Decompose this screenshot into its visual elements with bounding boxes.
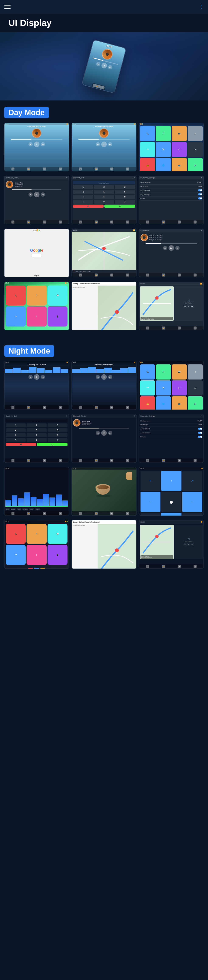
night-dock-3[interactable]: 🎙 <box>40 568 46 568</box>
day-social-play[interactable]: ▶ <box>169 245 174 251</box>
app-settings-1[interactable]: ⚙ <box>188 126 203 141</box>
app-weather[interactable]: ☁ <box>188 142 203 157</box>
eq-btn-5[interactable]: BASS <box>29 508 34 511</box>
local-music-close[interactable]: ✕ <box>201 230 202 232</box>
night-auto-answer-toggle[interactable] <box>198 428 202 430</box>
day-prev-1[interactable]: ⏮ <box>28 142 33 146</box>
night-dial-2[interactable]: 2 <box>27 423 46 428</box>
night-app-11[interactable]: 📺 <box>172 396 187 410</box>
dial-6[interactable]: 6 <box>115 190 135 194</box>
night-play-1[interactable]: ⏸ <box>34 374 39 380</box>
night-apple-maps[interactable]: 🗺 <box>6 545 26 565</box>
night-arrow-right[interactable]: → <box>182 492 202 512</box>
dial-9[interactable]: 9 <box>115 195 135 199</box>
day-call-answer[interactable]: 📞 <box>104 205 135 208</box>
night-bt-next[interactable]: ⏭ <box>108 431 112 435</box>
night-arrow-center[interactable]: ⬤ <box>161 492 181 512</box>
night-bt-play[interactable]: ⏸ <box>101 430 107 436</box>
dial-7[interactable]: 7 <box>73 195 93 199</box>
bt-settings-close[interactable]: ✕ <box>201 177 202 178</box>
menu-icon[interactable] <box>4 3 13 11</box>
night-dock-2[interactable]: 🎵 <box>34 568 39 568</box>
power-toggle[interactable] <box>198 197 202 199</box>
app-nav-1[interactable]: 📡 <box>156 142 171 157</box>
night-dock-1[interactable]: 📞 <box>28 568 33 568</box>
night-app-12[interactable]: 🔊 <box>188 396 203 410</box>
bt-call-close[interactable]: ✕ <box>134 177 135 178</box>
dots-menu-icon[interactable]: ⋮ <box>199 4 204 10</box>
night-dial-7[interactable]: 7 <box>6 433 26 437</box>
dial-0[interactable]: 0 <box>94 200 114 204</box>
night-dial-5[interactable]: 5 <box>27 428 46 432</box>
day-play-2[interactable]: ⏸ <box>101 142 107 147</box>
dial-hash[interactable]: # <box>115 200 135 204</box>
auto-answer-toggle[interactable] <box>198 189 202 191</box>
night-next-1[interactable]: ⏭ <box>41 375 45 379</box>
night-dial-8[interactable]: 8 <box>27 433 46 437</box>
dial-2[interactable]: 2 <box>94 185 114 189</box>
app-radio[interactable]: 📻 <box>140 158 155 171</box>
day-prev-2[interactable]: ⏮ <box>96 142 100 146</box>
night-dial-3[interactable]: 3 <box>47 423 68 428</box>
night-app-4[interactable]: ⚙ <box>188 364 203 380</box>
eq-btn-3[interactable]: JAZZ <box>17 508 21 511</box>
auto-connect-toggle[interactable] <box>198 193 202 196</box>
night-app-2[interactable]: 🎵 <box>156 364 171 380</box>
night-apple-app[interactable]: 📱 <box>47 545 68 565</box>
night-call-answer[interactable]: 📞 <box>37 443 68 446</box>
night-apple-msg[interactable]: 💬 <box>47 524 68 544</box>
app-web[interactable]: 🌐 <box>156 158 171 171</box>
night-arrow-left[interactable]: ← <box>140 492 161 512</box>
dial-4[interactable]: 4 <box>73 190 93 194</box>
night-next-2[interactable]: ⏭ <box>108 375 112 379</box>
google-nav-3[interactable]: ▦ <box>37 275 39 277</box>
day-play-1[interactable]: ⏸ <box>34 142 39 147</box>
night-prev-1[interactable]: ⏮ <box>28 375 33 379</box>
night-power-toggle[interactable] <box>198 436 202 438</box>
dial-5[interactable]: 5 <box>94 190 114 194</box>
dial-1[interactable]: 1 <box>73 185 93 189</box>
app-maps-1[interactable]: 🗺 <box>140 142 155 157</box>
eq-btn-2[interactable]: ROCK <box>11 508 16 511</box>
night-app-10[interactable]: 🌐 <box>156 396 171 410</box>
day-social-prev[interactable]: ⏮ <box>163 246 167 250</box>
night-dial-star[interactable]: * <box>6 438 26 442</box>
night-np-prev[interactable]: ⏮ <box>184 543 187 546</box>
restaurant-go-btn[interactable]: GO <box>72 288 96 290</box>
night-apple-phone[interactable]: 📞 <box>6 524 26 544</box>
apple-music[interactable]: 🎵 <box>27 285 46 305</box>
night-dial-0[interactable]: 0 <box>27 438 46 442</box>
night-auto-connect-toggle[interactable] <box>198 432 202 434</box>
day-dial-grid[interactable]: 1 2 3 4 5 6 7 8 9 * 0 # <box>73 185 135 204</box>
night-dial-grid[interactable]: 1 2 3 4 5 6 7 8 9 * 0 # <box>6 423 68 442</box>
app-video[interactable]: 📺 <box>172 158 187 171</box>
dial-8[interactable]: 8 <box>94 195 114 199</box>
apple-podcast[interactable]: 🎙 <box>27 306 46 326</box>
night-apple-music[interactable]: 🎵 <box>27 524 46 544</box>
apple-app[interactable]: 📱 <box>47 306 68 326</box>
eq-btn-1[interactable]: POP <box>5 508 10 511</box>
apple-maps[interactable]: 🗺 <box>6 306 26 326</box>
night-arrow-down[interactable]: ↓ <box>161 513 181 515</box>
night-app-5[interactable]: 🗺 <box>140 380 155 396</box>
google-search-bar[interactable] <box>32 254 42 257</box>
day-social-next[interactable]: ⏭ <box>175 246 180 250</box>
night-bt-call-close[interactable]: ✕ <box>66 415 68 417</box>
night-np-next[interactable]: ⏭ <box>191 543 194 546</box>
night-bt-music-close[interactable]: ✕ <box>134 415 135 417</box>
night-arrow-br[interactable]: ↘ <box>182 513 202 515</box>
night-arrow-tr[interactable]: ↗ <box>182 471 202 491</box>
night-apple-podcast[interactable]: 🎙 <box>27 545 46 565</box>
np-prev[interactable]: ⏮ <box>184 305 187 307</box>
hero-play-btn[interactable]: ⏸ <box>101 62 108 69</box>
night-app-1[interactable]: 📞 <box>140 364 155 380</box>
app-photos[interactable]: 📷 <box>172 126 187 141</box>
night-dial-4[interactable]: 4 <box>6 428 26 432</box>
night-arrow-tl[interactable]: ↖ <box>140 471 161 491</box>
apple-phone[interactable]: 📞 <box>6 285 26 305</box>
night-play-2[interactable]: ⏸ <box>101 374 107 380</box>
app-phone[interactable]: 📞 <box>140 126 155 141</box>
night-dial-1[interactable]: 1 <box>6 423 26 428</box>
day-bt-next[interactable]: ⏭ <box>41 192 45 197</box>
night-arrow-up[interactable]: ↑ <box>161 471 181 491</box>
